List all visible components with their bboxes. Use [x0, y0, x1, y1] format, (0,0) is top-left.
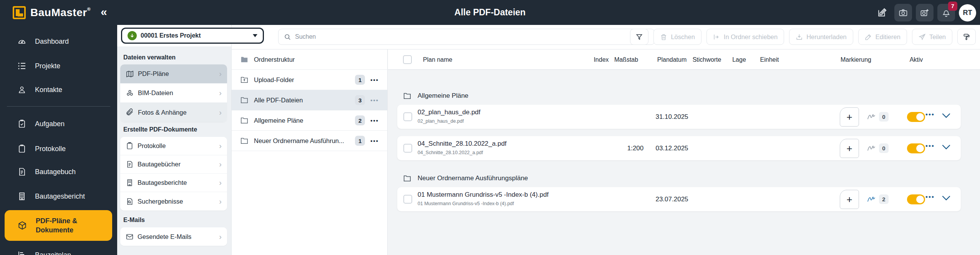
file-subtitle: 02_plan_haus_de.pdf: [418, 118, 464, 124]
nav-item-pdf-plaene[interactable]: PDF-Pläne ›: [120, 64, 227, 84]
row-checkbox[interactable]: [403, 112, 412, 121]
paint-roller-button[interactable]: [957, 29, 976, 45]
project-selector[interactable]: 00001 Erstes Projekt: [121, 28, 264, 44]
row-checkbox[interactable]: [403, 195, 412, 204]
sidebar-item-label: Aufgaben: [35, 120, 65, 128]
file-subtitle: 04_Schnitte_28.10.2022_a.pdf: [418, 150, 483, 155]
folder-filled-icon: [240, 55, 249, 64]
move-icon: [713, 33, 720, 41]
folder-menu-icon[interactable]: •••: [370, 138, 379, 144]
user-avatar[interactable]: RT: [959, 4, 976, 21]
folder-name: Neuer Ordnername Ausführun...: [254, 137, 350, 145]
add-markierung-button[interactable]: +: [840, 190, 859, 209]
aktiv-toggle[interactable]: [907, 194, 925, 204]
nav-item-label: Protokolle: [138, 142, 215, 150]
paperclip-icon: [126, 108, 134, 117]
nav-item-fotos-anhaenge[interactable]: Fotos & Anhänge ›: [120, 103, 227, 122]
document-icon: [126, 160, 134, 168]
file-row-04-schnitte[interactable]: 04_Schnitte_28.10.2022_a.pdf 04_Schnitte…: [397, 136, 961, 160]
row-menu-icon[interactable]: •••: [925, 142, 935, 150]
nav-item-bautagesberichte[interactable]: Bautagesberichte ›: [120, 174, 227, 192]
file-massstab: [620, 105, 651, 129]
sidebar-item-label: Dashboard: [35, 38, 69, 46]
chevron-right-icon: ›: [219, 141, 222, 150]
column-plandatum: Plandatum: [653, 49, 691, 70]
camera-add-button[interactable]: [916, 4, 934, 21]
document-search-icon: [126, 197, 134, 206]
trash-icon: [660, 33, 667, 41]
folder-name: Upload-Folder: [254, 76, 350, 84]
folder-row-neuer-ordnername[interactable]: Neuer Ordnername Ausführun... 1 •••: [232, 131, 387, 151]
folder-row-allgemeine-plaene[interactable]: Allgemeine Pläne 2 •••: [232, 110, 387, 131]
section-label: Erstellte PDF-Dokumente: [123, 126, 197, 133]
nav-item-suchergebnisse[interactable]: Suchergebnisse ›: [120, 192, 227, 211]
sidebar-item-bauzeitplan[interactable]: Bauzeitplan: [0, 247, 117, 255]
sidebar-item-aufgaben[interactable]: Aufgaben: [0, 115, 117, 132]
camera-button[interactable]: [894, 4, 912, 21]
select-all-checkbox[interactable]: [403, 55, 412, 64]
sidebar-item-label: Kontakte: [35, 86, 62, 94]
move-to-folder-button[interactable]: In Ordner schieben: [706, 29, 784, 45]
sidebar-item-kontakte[interactable]: Kontakte: [0, 81, 117, 98]
download-button[interactable]: Herunterladen: [789, 29, 853, 45]
sidebar-item-dashboard[interactable]: Dashboard: [0, 33, 117, 50]
nav-item-bim-dateien[interactable]: BIM-Dateien ›: [120, 84, 227, 103]
sidebar-item-pdf-plaene-dokumente-active[interactable]: PDF-Pläne & Dokumente: [5, 210, 112, 241]
chevron-right-icon: ›: [219, 232, 222, 241]
chevron-down-icon[interactable]: [942, 196, 950, 201]
folder-row-alle-pdf-dateien[interactable]: Alle PDF-Dateien 3 •••: [232, 90, 387, 110]
toolbar-buttons: Löschen In Ordner schieben Herunterladen…: [630, 29, 976, 45]
aktiv-toggle[interactable]: [907, 112, 925, 122]
share-button[interactable]: Teilen: [912, 29, 952, 45]
add-markierung-button[interactable]: +: [840, 139, 859, 158]
filter-button[interactable]: [630, 29, 648, 45]
file-massstab: [620, 187, 651, 211]
gantt-icon: [17, 250, 27, 255]
file-title: 04_Schnitte_28.10.2022_a.pdf: [418, 140, 507, 148]
file-row-01-mustermann[interactable]: 01 Mustermann Grundriss-v5 -Index-b (4).…: [397, 187, 961, 211]
search-input[interactable]: [295, 33, 649, 40]
nav-item-gesendete-emails[interactable]: Gesendete E-Mails ›: [120, 227, 227, 246]
nav-item-bautagebuecher[interactable]: Bautagebücher ›: [120, 155, 227, 174]
folder-menu-icon[interactable]: •••: [370, 117, 379, 124]
upload-folder-icon: [240, 76, 249, 84]
nav-item-label: Bautagesberichte: [138, 179, 215, 186]
group-name: Neuer Ordnername Ausführungspläne: [418, 174, 528, 182]
row-menu-icon[interactable]: •••: [925, 193, 935, 201]
sidebar-item-protokolle[interactable]: Protokolle: [0, 140, 117, 157]
aktiv-toggle[interactable]: [907, 143, 925, 153]
notifications-bell-button[interactable]: 7: [937, 4, 955, 21]
folder-name: Alle PDF-Dateien: [254, 97, 350, 104]
file-row-02-plan-haus[interactable]: 02_plan_haus_de.pdf 02_plan_haus_de.pdf …: [397, 105, 961, 129]
column-lage: Lage: [728, 49, 751, 70]
group-row-allgemeine-plaene[interactable]: Allgemeine Pläne: [403, 92, 468, 100]
folder-menu-icon[interactable]: •••: [370, 77, 379, 83]
toolstrip: Löschen In Ordner schieben Herunterladen…: [231, 25, 980, 49]
sidebar-item-label: Projekte: [35, 62, 60, 70]
row-checkbox[interactable]: [403, 144, 412, 153]
nav-item-protokolle[interactable]: Protokolle ›: [120, 137, 227, 155]
cube-icon: [17, 220, 27, 230]
chevron-down-icon[interactable]: [942, 113, 950, 118]
add-markierung-button[interactable]: +: [840, 107, 859, 127]
sidebar-item-label: Bautagebuch: [35, 168, 76, 176]
edit-button[interactable]: Editieren: [858, 29, 907, 45]
folder-menu-icon[interactable]: •••: [370, 97, 379, 104]
paint-roller-icon: [963, 33, 970, 41]
notification-count-badge: 7: [948, 2, 957, 11]
delete-button[interactable]: Löschen: [653, 29, 701, 45]
sidebar-item-bautagesbericht[interactable]: Bautagesbericht: [0, 188, 117, 205]
folder-icon: [240, 116, 249, 125]
row-menu-icon[interactable]: •••: [925, 111, 935, 118]
edit-note-icon[interactable]: [874, 4, 890, 21]
table-header: Plan name Index Maßstab Plandatum Stichw…: [388, 49, 980, 70]
folder-row-upload-folder[interactable]: Upload-Folder 1 •••: [232, 70, 387, 90]
sidebar-item-projekte[interactable]: Projekte: [0, 58, 117, 74]
sidebar-item-label: Bautagesbericht: [35, 192, 85, 201]
sidebar-item-bautagebuch[interactable]: Bautagebuch: [0, 163, 117, 180]
person-icon: [17, 85, 27, 94]
folder-count-badge: 2: [355, 115, 365, 125]
chevron-down-icon[interactable]: [942, 145, 950, 150]
group-row-neuer-ordnername[interactable]: Neuer Ordnername Ausführungspläne: [403, 174, 528, 183]
folder-tree-title: Ordnerstruktur: [254, 56, 379, 63]
